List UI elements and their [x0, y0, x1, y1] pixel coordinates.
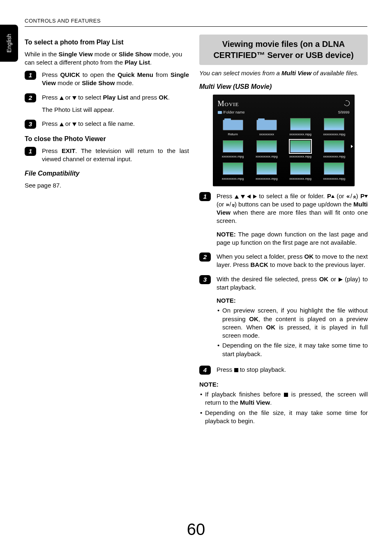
step-badge-4r: 4: [199, 366, 211, 375]
right-step-2-text: When you select a folder, press OK to mo…: [217, 253, 368, 269]
right-icon: [253, 195, 257, 199]
movie-screen: Movie /Folder name 5/9999 Return xxxxxxx…: [213, 95, 355, 186]
step-badge-2: 2: [25, 93, 36, 102]
close-step-text: Press EXIT. The television will return t…: [42, 147, 189, 164]
right-step-4: 4 Press to stop playback.: [199, 366, 368, 375]
right-step-2: 2 When you select a folder, press OK to …: [199, 253, 368, 269]
page-header: CONTROLS AND FEATURES: [25, 17, 367, 27]
section-title-file-compat: File Compatibility: [25, 169, 189, 178]
up-icon: [235, 195, 239, 199]
thumb-file: xxxxxxxxx.mpg: [218, 140, 248, 159]
step-badge-1b: 1: [25, 147, 36, 156]
step-2-text: Press or to select Play List and press O…: [42, 93, 189, 114]
up-icon: [60, 123, 64, 126]
note-item: Depending on the file size, it may take …: [217, 341, 368, 358]
right-step-1-text: Press to select a file or folder. P (or …: [217, 192, 368, 247]
up-icon: [60, 96, 64, 100]
movie-thumb-icon: [324, 162, 344, 175]
next-page-icon: [351, 145, 353, 148]
movie-thumb-icon: [324, 140, 344, 153]
feature-title-box: Viewing movie files (on a DLNA CERTIFIED…: [199, 35, 368, 65]
step-badge-2r: 2: [199, 253, 211, 262]
down-icon: [72, 123, 76, 126]
note-item: If playback finishes before is pressed, …: [199, 390, 368, 407]
step-1-text: Press QUICK to open the Quick Menu from …: [42, 71, 189, 88]
thumb-file: xxxxxxxxx.mpg: [285, 162, 316, 181]
feature-subtitle: You can select movies from a Multi View …: [199, 69, 368, 77]
folder-icon: [218, 111, 222, 114]
left-icon: [247, 195, 251, 199]
movie-thumb-icon: [223, 162, 243, 175]
section-title-select-photo: To select a photo from Play List: [25, 38, 189, 47]
cycle-icon: [343, 100, 350, 107]
movie-thumb-icon: [223, 140, 243, 153]
thumb-file: xxxxxxxxx.mpg: [251, 140, 282, 159]
language-label: English: [5, 34, 13, 53]
thumb-file: xxxxxxxxx.mpg: [285, 118, 316, 137]
note-item: On preview screen, if you highlight the …: [217, 306, 368, 340]
step-badge-1r: 1: [199, 192, 211, 201]
movie-thumb-icon: [256, 140, 277, 153]
multi-view-title: Multi View (USB Movie): [199, 82, 368, 91]
thumb-file-selected: xxxxxxxxx.mpg: [285, 140, 316, 159]
thumb-file: xxxxxxxxx.mpg: [319, 140, 349, 159]
right-step-3-text: With the desired file selected, press OK…: [217, 275, 368, 360]
screen-counter: 5/9999: [338, 110, 350, 115]
screen-path: /Folder name: [218, 110, 245, 115]
thumb-folder: xxxxxxxxx: [251, 118, 282, 137]
step-badge-3r: 3: [199, 275, 211, 284]
movie-thumb-icon: [256, 162, 277, 175]
thumb-file: xxxxxxxxx.mpg: [218, 162, 248, 181]
folder-icon: [223, 120, 243, 130]
compat-text: See page 87.: [25, 181, 189, 190]
movie-thumb-icon: [290, 140, 311, 153]
right-step-4-text: Press to stop playback.: [217, 366, 368, 375]
right-step-1: 1 Press to select a file or folder. P (o…: [199, 192, 368, 247]
close-step-1: 1 Press EXIT. The television will return…: [25, 147, 189, 164]
thumb-return: Return: [218, 118, 248, 137]
step-2-sub: The Photo List will appear.: [42, 106, 189, 114]
section-title-close-viewer: To close the Photo Viewer: [25, 134, 189, 144]
p-down-icon: [364, 195, 368, 198]
screen-title: Movie: [218, 99, 239, 109]
left-column: To select a photo from Play List While i…: [25, 35, 189, 194]
step-2: 2 Press or to select Play List and press…: [25, 93, 189, 114]
page-down-icon: »: [230, 204, 238, 205]
right-column: Viewing movie files (on a DLNA CERTIFIED…: [199, 35, 368, 427]
down-icon: [72, 96, 76, 100]
end-note: NOTE: If playback finishes before is pre…: [199, 380, 368, 425]
stop-icon: [284, 393, 288, 397]
movie-thumb-icon: [290, 118, 311, 130]
movie-thumb-icon: [290, 162, 311, 175]
play-icon: [339, 278, 343, 282]
stop-icon: [234, 368, 238, 372]
end-note-list: If playback finishes before is pressed, …: [199, 390, 368, 425]
language-tab: English: [0, 25, 18, 62]
note-item: Depending on the file size, it may take …: [199, 409, 368, 426]
step-3-text: Press or to select a file name.: [42, 120, 189, 129]
page-up-icon: «: [351, 195, 359, 197]
folder-icon: [256, 120, 277, 130]
step-badge-3: 3: [25, 120, 36, 129]
step-badge-1: 1: [25, 71, 36, 80]
page-number: 60: [0, 518, 392, 540]
movie-thumb-icon: [324, 118, 344, 130]
thumb-file: xxxxxxxxx.mpg: [251, 162, 282, 181]
thumb-file: xxxxxxxxx.mpg: [319, 118, 349, 137]
thumbnail-grid: Return xxxxxxxxx xxxxxxxxx.mpg xxxxxxxxx…: [218, 118, 350, 181]
step-3: 3 Press or to select a file name.: [25, 120, 189, 129]
note-list: On preview screen, if you highlight the …: [217, 306, 368, 358]
down-icon: [241, 195, 245, 199]
right-step-3: 3 With the desired file selected, press …: [199, 275, 368, 360]
step-1: 1 Press QUICK to open the Quick Menu fro…: [25, 71, 189, 88]
thumb-file: xxxxxxxxx.mpg: [319, 162, 349, 181]
p-up-icon: [331, 195, 334, 198]
intro-paragraph: While in the Single View mode or Slide S…: [25, 50, 189, 67]
